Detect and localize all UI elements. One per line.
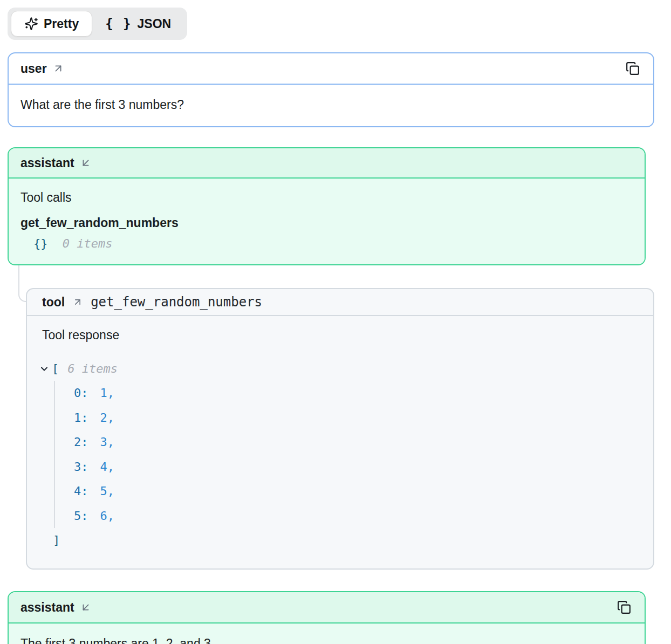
braces-icon: { } [105, 16, 132, 31]
user-message-card: user What are the first 3 numbers? [8, 52, 654, 127]
entry-value: 1, [100, 386, 115, 400]
tool-calls-title: Tool calls [20, 190, 633, 205]
tree-entry: 5: 6, [74, 504, 638, 529]
array-item-count: 6 items [67, 362, 118, 375]
entry-value: 4, [100, 460, 115, 474]
assistant-tool-call-card: assistant Tool calls get_few_random_numb… [8, 147, 646, 265]
copy-button[interactable] [615, 599, 633, 616]
tool-call-name: get_few_random_numbers [20, 216, 633, 230]
entry-value: 5, [100, 484, 115, 498]
json-tree: [ 6 items 0: 1, 1: 2, 2: 3, [42, 357, 638, 552]
role-label: user [20, 61, 47, 76]
role-label: assistant [20, 156, 74, 170]
chevron-down-icon[interactable] [39, 364, 50, 374]
tree-entry: 1: 2, [74, 406, 638, 430]
entry-value: 2, [100, 411, 115, 424]
tree-entry: 4: 5, [74, 479, 638, 504]
user-message-content: What are the first 3 numbers? [9, 85, 653, 126]
user-message-header: user [9, 53, 653, 85]
tool-response-card: tool get_few_random_numbers Tool respons… [26, 288, 654, 570]
role-label: tool [42, 295, 65, 310]
arrow-up-right-icon [52, 63, 64, 74]
json-tab-label: JSON [138, 17, 172, 31]
tool-response-title: Tool response [42, 328, 638, 342]
json-tree-root-row: [ 6 items [42, 357, 638, 381]
entry-key: 5: [74, 509, 88, 523]
args-item-count: 0 items [63, 237, 113, 250]
assistant-header: assistant [9, 148, 645, 179]
pretty-tab[interactable]: Pretty [11, 11, 92, 37]
tool-header: tool get_few_random_numbers [27, 289, 653, 316]
arrow-down-left-icon [80, 601, 92, 613]
arrow-down-left-icon [80, 157, 92, 169]
entry-key: 3: [74, 460, 88, 474]
tree-entry: 2: 3, [74, 430, 638, 455]
arrow-up-right-icon [72, 297, 83, 307]
pretty-tab-label: Pretty [44, 17, 79, 31]
assistant-final-content: The first 3 numbers are 1, 2, and 3. [9, 624, 645, 644]
close-bracket-row: ] [53, 528, 638, 552]
tool-response-body: Tool response [ 6 items 0: 1, [27, 316, 653, 568]
entry-value: 6, [100, 509, 115, 523]
assistant-final-card: assistant The first 3 numbers are 1, 2, … [8, 591, 646, 644]
assistant-tool-call-body: Tool calls get_few_random_numbers {} 0 i… [9, 179, 645, 264]
entry-key: 2: [74, 435, 88, 449]
close-bracket: ] [53, 533, 60, 547]
tool-call-args: {} 0 items [33, 237, 633, 250]
empty-object-glyph: {} [33, 237, 48, 250]
json-tab[interactable]: { } JSON [92, 11, 184, 37]
tool-function-name: get_few_random_numbers [91, 294, 262, 310]
open-bracket: [ [52, 362, 59, 375]
copy-button[interactable] [624, 60, 641, 77]
tool-call-group: assistant Tool calls get_few_random_numb… [8, 147, 663, 570]
tree-entry: 3: 4, [74, 455, 638, 479]
entry-key: 0: [74, 386, 88, 400]
assistant-header: assistant [9, 592, 645, 624]
tree-entry: 0: 1, [74, 381, 638, 406]
entry-key: 4: [74, 484, 88, 498]
role-label: assistant [20, 600, 74, 615]
entry-key: 1: [74, 411, 88, 424]
sparkles-icon [24, 17, 38, 31]
entry-value: 3, [100, 435, 115, 449]
view-format-toggle: Pretty { } JSON [8, 8, 187, 40]
json-tree-children: 0: 1, 1: 2, 2: 3, 3: 4, [54, 381, 638, 528]
